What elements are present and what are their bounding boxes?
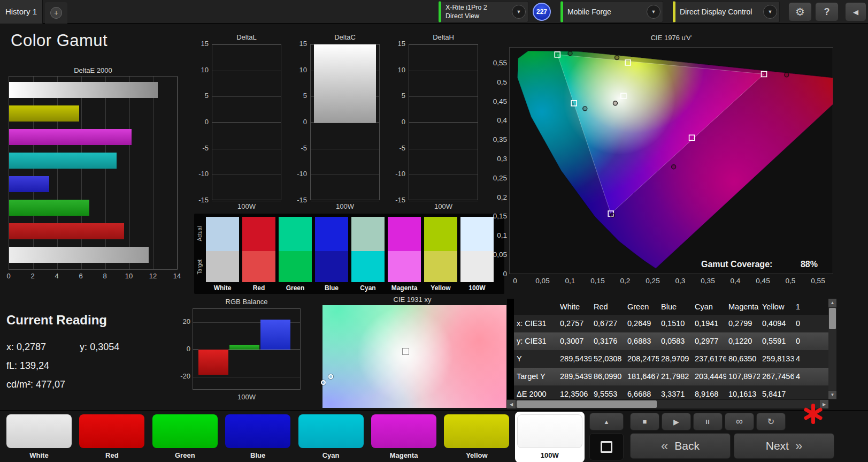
test-patch-magenta[interactable]: Magenta — [369, 412, 439, 462]
test-patch-blue[interactable]: Blue — [223, 412, 293, 462]
gridline — [409, 44, 478, 45]
swatch-column-green: Green — [279, 217, 312, 292]
table-cell: 0,1220 — [726, 332, 760, 350]
top-bar: History 1 + X-Rite i1Pro 2 Direct View ▼… — [0, 0, 868, 24]
reading-count-badge: 227 — [533, 3, 551, 21]
x-value: 0,2787 — [17, 342, 46, 352]
test-patch-100w[interactable]: 100W — [515, 412, 585, 462]
table-cell: 0,6883 — [625, 332, 659, 350]
display-control-dropdown[interactable]: Direct Display Control ▼ — [673, 1, 780, 22]
table-cell: 0,1941 — [693, 315, 726, 332]
source-dropdown[interactable]: Mobile Forge ▼ — [560, 1, 663, 22]
help-icon: ? — [824, 6, 830, 18]
scroll-left-button[interactable]: ◀ — [507, 400, 516, 408]
scroll-thumb[interactable] — [517, 400, 657, 408]
row-label: y: CIE31 — [514, 332, 558, 350]
delta-y-tick-label: -5 — [190, 144, 209, 152]
scroll-down-icon: ▼ — [831, 392, 835, 397]
table-cell: 0 — [794, 332, 827, 350]
pause-button[interactable]: II — [693, 413, 723, 430]
target-swatch — [424, 251, 457, 282]
scroll-down-button[interactable]: ▼ — [828, 391, 836, 399]
deltae-plot-area — [9, 76, 178, 270]
history-tab[interactable]: History 1 — [0, 0, 43, 24]
help-button[interactable]: ? — [815, 2, 839, 21]
table-cell: 0,2799 — [726, 315, 760, 332]
refresh-icon: ↻ — [767, 416, 774, 427]
gamut-coverage-label: Gamut Coverage: — [701, 260, 772, 269]
continuous-measure-button[interactable]: ∞ — [725, 413, 754, 430]
pause-icon: II — [705, 419, 710, 425]
chart-title: CIE 1931 xy — [318, 296, 506, 304]
refresh-button[interactable]: ↻ — [756, 413, 786, 430]
play-button[interactable]: ▶ — [662, 413, 691, 430]
table-cell: 0,2977 — [693, 332, 726, 350]
reading-cd-row: cd/m²: 477,07 — [6, 379, 178, 390]
column-header: Blue — [659, 299, 693, 315]
gridline — [409, 201, 478, 201]
chevron-down-icon[interactable]: ▼ — [763, 5, 777, 19]
test-patch-cyan[interactable]: Cyan — [296, 412, 366, 462]
delta-y-tick-label: -15 — [190, 196, 209, 204]
gridline — [212, 149, 281, 149]
collapse-panel-button[interactable]: ◀ — [845, 2, 866, 21]
delta-y-tick-label: 10 — [289, 66, 307, 74]
delta-x-label: 100W — [310, 202, 380, 210]
next-button[interactable]: Next » — [734, 433, 834, 459]
table-cell: 0,2757 — [558, 315, 592, 332]
scroll-track[interactable] — [516, 400, 820, 408]
deltae-gridline — [105, 77, 106, 269]
table-cell: 289,5439 — [558, 368, 592, 385]
gridline — [212, 96, 281, 97]
cie-y-tick-label: 0,5 — [489, 78, 507, 86]
add-tab-button[interactable]: + — [45, 2, 67, 24]
double-chevron-right-icon: » — [795, 438, 802, 453]
scroll-track[interactable] — [828, 307, 836, 391]
scroll-up-button[interactable]: ▲ — [828, 299, 836, 307]
table-cell: 208,2475 — [625, 350, 659, 368]
cie-x-tick-label: 0,15 — [587, 277, 609, 285]
table-vertical-scrollbar[interactable]: ▲ ▼ — [828, 299, 836, 399]
swatch-column-white: White — [206, 217, 239, 292]
table-cell: 86,0990 — [592, 368, 625, 385]
target-swatch — [315, 251, 348, 282]
meter-dropdown[interactable]: X-Rite i1Pro 2 Direct View ▼ — [439, 1, 528, 22]
pattern-up-button[interactable]: ▲ — [589, 413, 624, 430]
delta-y-tick-label: -15 — [289, 196, 307, 204]
test-patch-green[interactable]: Green — [150, 412, 220, 462]
stop-icon: ■ — [643, 418, 647, 426]
deltae-bar-white — [9, 82, 158, 98]
deltae-bar-magenta — [9, 129, 132, 145]
calman-asterisk-icon — [801, 402, 825, 426]
chevron-down-icon[interactable]: ▼ — [512, 5, 526, 19]
swatch-label: Cyan — [351, 284, 385, 292]
table-horizontal-scrollbar[interactable]: ◀ ▶ — [507, 400, 828, 408]
table-cell: 21,7982 — [659, 368, 693, 385]
delta-y-tick-label: 0 — [190, 118, 209, 126]
test-patch-yellow[interactable]: Yellow — [442, 412, 511, 462]
patch-color — [517, 414, 582, 448]
delta-x-label: 100W — [409, 202, 478, 210]
test-patch-red[interactable]: Red — [77, 412, 147, 462]
delta-y-tick-label: 5 — [289, 92, 307, 100]
double-chevron-left-icon: « — [661, 438, 668, 453]
gear-icon: ⚙ — [795, 5, 805, 18]
chevron-down-icon[interactable]: ▼ — [647, 5, 660, 19]
measurement-marker — [785, 73, 789, 77]
scroll-thumb[interactable] — [829, 308, 836, 329]
actual-swatch — [460, 217, 494, 251]
settings-button[interactable]: ⚙ — [788, 2, 812, 21]
x-label: x: — [6, 342, 14, 352]
patch-label: 100W — [515, 451, 585, 459]
test-patch-white[interactable]: White — [4, 412, 74, 462]
stop-button[interactable]: ■ — [630, 413, 659, 430]
chart-title: RGB Balance — [193, 298, 301, 306]
rgb-bar-blue — [260, 320, 290, 350]
deltae-x-tick-label: 10 — [122, 272, 135, 280]
gridline — [409, 149, 478, 149]
measurement-marker — [610, 213, 614, 217]
meter-name: X-Rite i1Pro 2 — [445, 3, 487, 12]
swatch-label: 100W — [460, 284, 494, 292]
pattern-window-button[interactable] — [589, 433, 624, 460]
back-button[interactable]: « Back — [630, 433, 731, 459]
